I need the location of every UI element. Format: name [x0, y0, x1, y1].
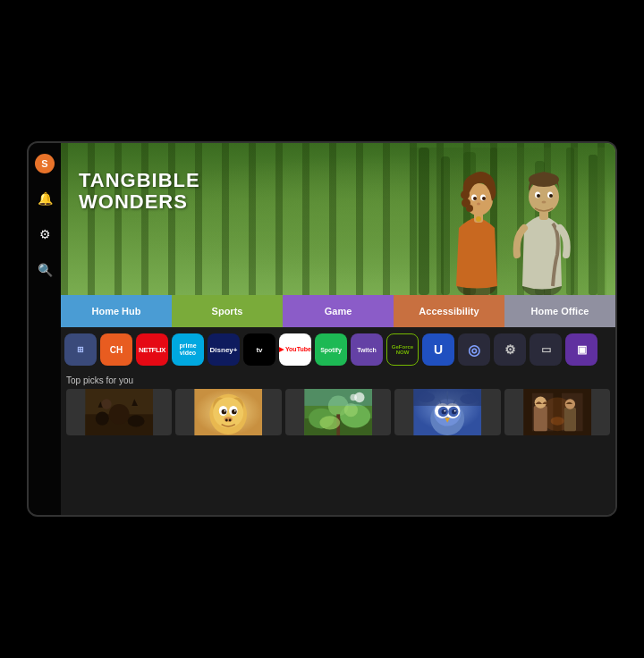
tab-game[interactable]: Game	[283, 295, 394, 327]
svg-point-67	[442, 409, 447, 415]
svg-point-17	[482, 197, 486, 200]
svg-point-44	[225, 410, 226, 412]
pick-thumbnail-1[interactable]	[66, 389, 172, 435]
svg-point-55	[319, 416, 340, 429]
app-netflix[interactable]: NETFLIX	[136, 333, 168, 366]
bell-icon[interactable]: 🔔	[34, 188, 55, 209]
svg-point-70	[454, 410, 456, 412]
svg-point-69	[445, 410, 446, 412]
svg-point-31	[96, 412, 109, 426]
svg-point-48	[229, 419, 232, 422]
svg-point-34	[101, 399, 111, 409]
svg-point-19	[476, 216, 481, 222]
hero-title: TANGBIBLE WONDERS	[79, 170, 200, 213]
app-u-app[interactable]: U	[422, 333, 454, 366]
app-ch[interactable]: CH	[100, 333, 132, 366]
svg-point-68	[452, 409, 457, 415]
svg-rect-6	[566, 148, 574, 295]
picks-label: Top picks for you	[66, 375, 610, 385]
tab-sports[interactable]: Sports	[172, 295, 283, 327]
sidebar: S 🔔 ⚙ 🔍	[29, 143, 61, 515]
app-prime-video[interactable]: prime video	[172, 333, 204, 366]
svg-point-11	[461, 190, 470, 199]
app-purple-app[interactable]: ▣	[565, 333, 597, 366]
svg-point-39	[214, 397, 244, 427]
svg-point-18	[477, 203, 480, 206]
svg-rect-7	[589, 155, 597, 295]
picks-grid	[66, 389, 610, 435]
pick-thumbnail-2[interactable]	[175, 389, 281, 435]
svg-point-32	[109, 404, 130, 425]
tab-home-hub[interactable]: Home Hub	[61, 295, 172, 327]
user-avatar[interactable]: S	[35, 154, 55, 173]
svg-point-59	[350, 394, 357, 401]
hero-banner: TANGBIBLE WONDERS	[61, 143, 615, 295]
svg-point-28	[542, 201, 547, 204]
svg-point-42	[222, 409, 227, 415]
hero-characters	[410, 148, 606, 295]
tab-home-office[interactable]: Home Office	[504, 295, 615, 327]
svg-rect-1	[419, 148, 429, 295]
pick-thumbnail-3[interactable]	[285, 389, 391, 435]
svg-point-13	[466, 205, 473, 212]
svg-point-33	[128, 415, 145, 426]
svg-rect-2	[441, 156, 450, 295]
svg-point-45	[234, 410, 236, 412]
svg-point-23	[529, 173, 559, 187]
svg-point-26	[537, 194, 540, 198]
svg-point-73	[418, 392, 435, 402]
app-apple-tv[interactable]: tv	[243, 333, 275, 366]
svg-point-16	[473, 197, 477, 200]
pick-thumbnail-4[interactable]	[394, 389, 500, 435]
picks-section: Top picks for you	[61, 372, 615, 515]
pick-thumbnail-5[interactable]	[504, 389, 610, 435]
app-circle-app[interactable]: ◎	[458, 333, 490, 366]
app-geforce-now[interactable]: GeForce NOW	[386, 333, 419, 366]
svg-point-27	[549, 194, 553, 198]
app-twitch[interactable]: Twitch	[351, 333, 383, 366]
svg-point-74	[461, 394, 478, 404]
search-icon[interactable]: 🔍	[34, 259, 55, 281]
svg-rect-82	[564, 408, 575, 431]
svg-point-47	[225, 419, 228, 422]
app-settings-app[interactable]: ⚙	[494, 333, 526, 366]
settings-icon[interactable]: ⚙	[34, 224, 55, 245]
tv-screen: S 🔔 ⚙ 🔍 TANGBIBLE WONDERS	[27, 141, 617, 517]
svg-point-46	[225, 417, 233, 422]
app-spotify[interactable]: Spotify	[315, 333, 347, 366]
svg-rect-80	[533, 406, 547, 431]
main-content: TANGBIBLE WONDERS	[61, 143, 615, 515]
app-youtube[interactable]: ▶ YouTube	[279, 333, 311, 366]
app-all-apps[interactable]: ⊞	[64, 333, 97, 366]
apps-row: ⊞CHNETFLIXprime videoDisney+tv▶ YouTubeS…	[61, 327, 615, 372]
app-monitor-app[interactable]: ▭	[530, 333, 562, 366]
svg-rect-0	[410, 148, 606, 295]
svg-point-83	[564, 399, 574, 409]
svg-point-43	[232, 409, 237, 415]
svg-point-84	[550, 417, 564, 425]
app-disney-plus[interactable]: Disney+	[208, 333, 240, 366]
nav-tabs: Home HubSportsGameAccessibilityHome Offi…	[61, 295, 615, 327]
tab-accessibility[interactable]: Accessibility	[394, 295, 504, 327]
